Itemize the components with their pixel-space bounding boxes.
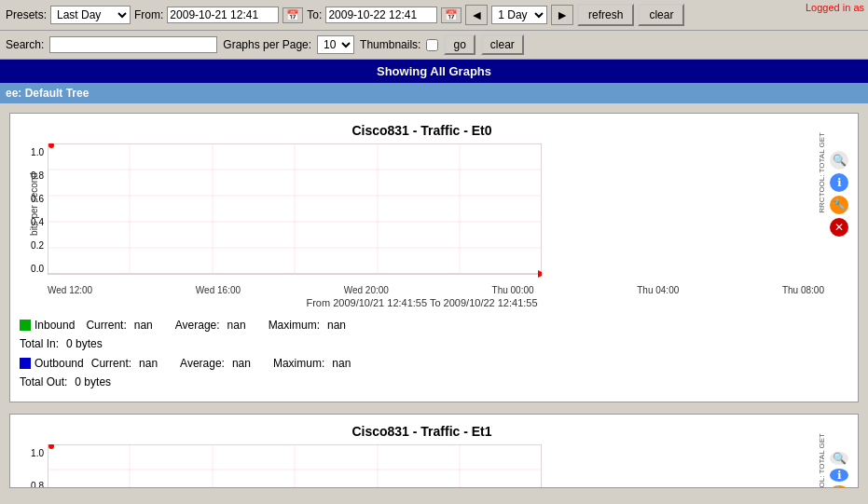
graph-title-2: Cisco831 - Traffic - Et1 (20, 424, 824, 439)
graph-wrap-inner-1: bits per second 1.0 0.8 0.6 0.4 0.2 0.0 (20, 143, 824, 295)
search-input[interactable] (49, 36, 217, 53)
x-label-1-2: Wed 20:00 (344, 285, 389, 295)
from-calendar-button[interactable]: 📅 (282, 7, 303, 23)
info-button-1[interactable]: ℹ (830, 173, 848, 192)
logged-in-text: Logged in as (806, 2, 864, 13)
side-icons-2: RRCTOOL: TOTAL GET 🔍 ℹ 🔧 (830, 424, 848, 478)
graphs-per-page-label: Graphs per Page: (223, 38, 311, 51)
inbound-avg-val-1: nan (227, 316, 246, 334)
tree-bar: ee: Default Tree (0, 83, 868, 103)
inbound-color-box-1 (20, 320, 31, 331)
x-label-1-1: Wed 16:00 (196, 285, 241, 295)
side-label-2: RRCTOOL: TOTAL GET (818, 433, 826, 488)
graph-wrap-inner-2: 1.0 0.8 (20, 444, 824, 488)
to-date-input[interactable] (325, 7, 437, 23)
graph-svg-2 (48, 444, 542, 488)
wrench-button-2[interactable]: 🔧 (830, 485, 848, 488)
header-bar: Showing All Graphs (0, 60, 868, 83)
y-val-00: 0.0 (20, 264, 44, 274)
second-bar: Search: Graphs per Page: 10 25 50 Thumbn… (0, 31, 868, 60)
graph-svg-container-1: Wed 12:00 Wed 16:00 Wed 20:00 Thu 00:00 … (48, 143, 824, 295)
prev-step-button[interactable]: ◄ (465, 5, 488, 25)
to-calendar-button[interactable]: 📅 (441, 7, 462, 23)
y-val-02: 0.2 (20, 240, 44, 251)
presets-select[interactable]: Last Day Last Week Last Month Last Year (50, 6, 131, 24)
header-title: Showing All Graphs (377, 64, 491, 78)
top-bar: Logged in as Presets: Last Day Last Week… (0, 0, 868, 31)
x-label-1-4: Thu 04:00 (637, 285, 679, 295)
outbound-max-val-1: nan (332, 354, 351, 373)
search-label: Search: (6, 38, 44, 51)
info-button-2[interactable]: ℹ (830, 469, 848, 482)
inbound-current-val-1: nan (134, 316, 153, 334)
inbound-max-val-1: nan (327, 316, 346, 334)
wrench-button-1[interactable]: 🔧 (830, 196, 848, 214)
inbound-stat-line-1: Inbound Current: nan Average: nan Maximu… (20, 316, 824, 334)
x-label-1-0: Wed 12:00 (48, 285, 92, 295)
total-in-val-1: 0 bytes (66, 334, 103, 353)
y2-val-08: 0.8 (20, 481, 44, 488)
thumbnails-checkbox[interactable] (426, 39, 438, 51)
total-in-label-1: Total In: (20, 334, 59, 353)
clear-search-button[interactable]: clear (481, 34, 524, 55)
graph-svg-1 (48, 143, 542, 283)
graph-title-1: Cisco831 - Traffic - Et0 (20, 123, 824, 138)
tree-label: ee: Default Tree (6, 87, 89, 100)
side-label-1: RRCTOOL: TOTAL GET (818, 132, 826, 213)
yaxis-wrap-1: bits per second 1.0 0.8 0.6 0.4 0.2 0.0 (20, 143, 48, 295)
graph-area-1: Cisco831 - Traffic - Et0 bits per second… (20, 123, 824, 392)
outbound-label-1: Outbound (34, 354, 84, 373)
side-icons-1: RRCTOOL: TOTAL GET 🔍 ℹ 🔧 ✕ (830, 123, 848, 392)
total-in-line-1: Total In: 0 bytes (20, 334, 824, 353)
go-button[interactable]: go (444, 34, 475, 55)
outbound-avg-label-1: Average: (180, 354, 225, 373)
inbound-current-label-1: Current: (86, 316, 126, 334)
graph-area-2: Cisco831 - Traffic - Et1 1.0 0.8 (20, 424, 824, 478)
outbound-stat-line-1: Outbound Current: nan Average: nan Maxim… (20, 354, 824, 373)
graph-card-1: Cisco831 - Traffic - Et0 bits per second… (9, 113, 859, 402)
graphs-per-page-select[interactable]: 10 25 50 (317, 35, 354, 54)
presets-label: Presets: (6, 8, 47, 21)
graph-stats-1: Inbound Current: nan Average: nan Maximu… (20, 316, 824, 392)
magnify-button-2[interactable]: 🔍 (830, 452, 848, 465)
total-out-label-1: Total Out: (20, 373, 67, 391)
refresh-button[interactable]: refresh (577, 4, 634, 26)
y-val-10: 1.0 (20, 147, 44, 157)
clear-button[interactable]: clear (638, 4, 684, 26)
y2-val-10: 1.0 (20, 448, 44, 458)
thumbnails-label: Thumbnails: (360, 38, 420, 51)
step-select[interactable]: 1 Day 4 Hours 1 Hour 30 Min (491, 6, 547, 24)
outbound-avg-val-1: nan (232, 354, 251, 373)
total-out-line-1: Total Out: 0 bytes (20, 373, 824, 391)
graph-date-label-1: From 2009/10/21 12:41:55 To 2009/10/22 1… (20, 297, 824, 308)
outbound-max-label-1: Maximum: (273, 354, 324, 373)
from-date-input[interactable] (167, 7, 279, 23)
inbound-label-1: Inbound (34, 316, 75, 334)
main-content: Cisco831 - Traffic - Et0 bits per second… (0, 103, 868, 504)
outbound-color-box-1 (20, 358, 31, 369)
graph-svg-container-2 (48, 444, 824, 488)
yaxis-wrap-2: 1.0 0.8 (20, 444, 48, 488)
inbound-avg-label-1: Average: (175, 316, 220, 334)
from-label: From: (134, 8, 163, 21)
yaxis-label-1: bits per second (29, 172, 39, 236)
delete-button-1[interactable]: ✕ (830, 218, 848, 237)
to-label: To: (307, 8, 322, 21)
magnify-button-1[interactable]: 🔍 (830, 151, 848, 170)
graph-card-2: Cisco831 - Traffic - Et1 1.0 0.8 (9, 414, 859, 488)
inbound-max-label-1: Maximum: (269, 316, 320, 334)
x-label-1-3: Thu 00:00 (492, 285, 534, 295)
outbound-current-label-1: Current: (91, 354, 131, 373)
total-out-val-1: 0 bytes (75, 373, 111, 391)
next-step-button[interactable]: ► (551, 5, 573, 25)
outbound-current-val-1: nan (139, 354, 158, 373)
x-label-1-5: Thu 08:00 (782, 285, 824, 295)
